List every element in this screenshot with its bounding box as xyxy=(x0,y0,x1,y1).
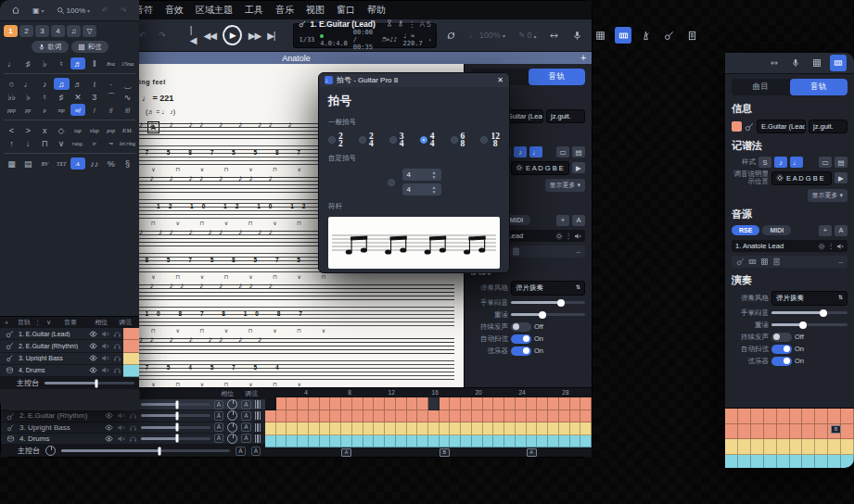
timeline-cell[interactable] xyxy=(504,410,516,423)
menu-item-工具[interactable]: 工具 xyxy=(245,4,263,17)
timeline-cell[interactable] xyxy=(472,410,483,423)
timeline-cell[interactable] xyxy=(461,410,472,423)
go-to-start-button[interactable]: |◀ xyxy=(190,25,198,45)
fermata-icon[interactable]: ⌒ xyxy=(103,91,119,103)
loop-button[interactable] xyxy=(442,29,460,43)
collapse-icon[interactable]: – xyxy=(839,258,843,266)
timeline-cell[interactable] xyxy=(802,424,815,440)
timeline-cell[interactable] xyxy=(738,424,751,440)
guitar-icon[interactable] xyxy=(660,29,678,43)
dyn-mp-icon[interactable]: mp xyxy=(54,104,70,116)
timeline-cell[interactable] xyxy=(287,397,298,410)
timeline-cell[interactable] xyxy=(751,409,764,424)
mute-button[interactable] xyxy=(117,411,125,420)
volume-handle[interactable] xyxy=(175,423,178,432)
dyn-pp-icon[interactable]: pp xyxy=(20,104,36,116)
ottava-alta-icon[interactable]: 8va xyxy=(103,57,119,69)
tab-song[interactable]: 曲目 xyxy=(732,79,790,95)
mute-button[interactable] xyxy=(101,330,109,338)
timeline-cell[interactable] xyxy=(428,397,440,410)
toggle-自动扫弦[interactable] xyxy=(511,334,531,344)
timeline-cell[interactable] xyxy=(802,455,815,469)
bar-repeat-icon[interactable]: % xyxy=(103,158,119,170)
slap-icon[interactable]: slap xyxy=(86,124,102,136)
volume-automation-button[interactable]: A xyxy=(214,434,223,443)
timeline-cell[interactable] xyxy=(363,410,375,423)
timeline-cell[interactable] xyxy=(320,410,331,423)
timeline-cell[interactable] xyxy=(548,397,559,410)
timeline-cell[interactable] xyxy=(298,435,309,448)
natural-acc-icon[interactable]: ♮ xyxy=(37,91,53,103)
mute-button[interactable] xyxy=(101,342,109,350)
timeline-cell[interactable] xyxy=(417,435,428,448)
timeline-cell[interactable] xyxy=(428,435,440,448)
double-flat-icon[interactable]: ♭♭ xyxy=(4,91,19,103)
timeline-cell[interactable] xyxy=(738,439,751,455)
show-more-button[interactable]: 显示更多 ▾ xyxy=(808,189,848,202)
master-row[interactable]: 主控台AA xyxy=(1,445,265,457)
play-button[interactable]: ▶ xyxy=(223,25,242,45)
gear-icon[interactable] xyxy=(818,243,825,250)
tuning-play-button[interactable]: ▶ xyxy=(835,172,848,183)
timeline-cell[interactable] xyxy=(483,410,494,423)
timeline-cell[interactable] xyxy=(570,422,581,435)
radio-12-8[interactable] xyxy=(480,136,488,144)
timeline-cell[interactable] xyxy=(725,409,738,424)
time-signature-option-12-8[interactable]: 128 xyxy=(480,132,500,147)
track-color-swatch[interactable] xyxy=(732,121,742,132)
timeline-cell[interactable] xyxy=(751,439,764,455)
strum-down-icon[interactable]: ↓ xyxy=(20,137,36,149)
mute-button[interactable] xyxy=(101,366,109,374)
dyn-mf-icon[interactable]: mf xyxy=(70,104,86,116)
multivoice-icon[interactable]: ♫ xyxy=(67,25,81,37)
timeline-cell[interactable] xyxy=(472,422,483,435)
dyn-p-icon[interactable]: p xyxy=(37,104,53,116)
lyrics-button[interactable]: 歌词 xyxy=(32,41,69,53)
track-shortname-field[interactable]: jz.guit. xyxy=(809,120,848,133)
timeline-cell[interactable] xyxy=(265,422,276,435)
radio-2-2[interactable] xyxy=(328,136,336,144)
tuner-icon[interactable] xyxy=(637,29,655,43)
timeline-cell[interactable] xyxy=(725,439,738,455)
timeline-cell[interactable] xyxy=(396,410,407,423)
mixer-track-row[interactable]: 1. E.Guitar (Lead)AA xyxy=(0,328,139,340)
timeline-cell[interactable] xyxy=(461,435,472,448)
tuning-icon[interactable] xyxy=(255,411,261,420)
slider-重读[interactable] xyxy=(511,313,585,316)
timeline-cell[interactable] xyxy=(309,435,320,448)
timeline-cell[interactable] xyxy=(570,410,581,423)
timeline-cell[interactable] xyxy=(537,410,548,423)
slider-手掌闷音[interactable] xyxy=(511,301,585,304)
volume-handle[interactable] xyxy=(175,400,178,409)
speaker-icon[interactable] xyxy=(836,243,844,250)
timeline-cell[interactable] xyxy=(493,410,504,423)
timeline-cell[interactable] xyxy=(570,397,581,410)
timeline-cell[interactable] xyxy=(764,409,777,424)
timeline-cell[interactable] xyxy=(559,435,570,448)
tuning-value[interactable]: E A D G B E xyxy=(526,164,564,172)
mixer-track-row[interactable]: 2. E.Guitar (Rhythm)AA xyxy=(0,340,139,352)
timeline-cell[interactable] xyxy=(363,435,375,448)
redo-button[interactable]: ↷ xyxy=(155,29,170,42)
timeline-cell[interactable] xyxy=(265,435,276,448)
timeline-cell[interactable] xyxy=(461,422,472,435)
timeline-cell[interactable] xyxy=(790,439,803,455)
visibility-toggle[interactable] xyxy=(89,342,97,350)
timeline-cell[interactable] xyxy=(725,424,738,440)
timeline-cell[interactable] xyxy=(790,409,803,424)
double-sharp-icon[interactable]: ✕ xyxy=(70,91,86,103)
timeline-cell[interactable] xyxy=(276,397,287,410)
volume-automation-button[interactable]: A xyxy=(214,422,223,432)
timeline-cell[interactable] xyxy=(265,410,276,423)
trill-icon[interactable]: tr xyxy=(86,137,102,149)
timeline-cell[interactable] xyxy=(396,435,407,448)
text-marker-icon[interactable]: TXT xyxy=(54,158,70,170)
master-volume-slider[interactable] xyxy=(45,382,134,384)
track-menu-icon[interactable]: ⋮ xyxy=(34,319,41,326)
timeline-cell[interactable] xyxy=(320,397,331,410)
zoom-control[interactable]: 100%▾ xyxy=(53,5,94,17)
timeline-cell[interactable] xyxy=(298,397,309,410)
barline-icon[interactable]: ‖ xyxy=(86,57,102,69)
style-slash-button[interactable]: ♩ xyxy=(790,157,803,168)
slider-handle[interactable] xyxy=(557,299,565,307)
